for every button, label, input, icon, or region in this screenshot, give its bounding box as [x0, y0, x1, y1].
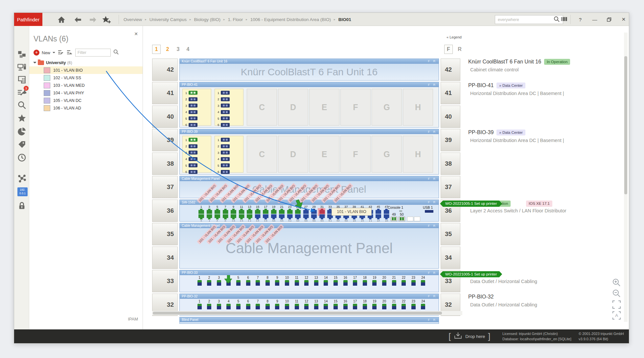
- console-port[interactable]: [399, 210, 402, 212]
- outlet-port-1[interactable]: [197, 304, 202, 309]
- collapse-all-icon[interactable]: [66, 49, 73, 56]
- outlet-port-column[interactable]: 16: [341, 276, 350, 292]
- duplex-port-icon[interactable]: [189, 170, 197, 174]
- switch-port-45[interactable]: [376, 209, 381, 214]
- vertical-scrollbar[interactable]: [624, 33, 628, 322]
- tree-item-vlan[interactable]: 104 - VLAN PHY: [29, 89, 143, 97]
- outlet-port-9[interactable]: [275, 280, 279, 286]
- module-port-row[interactable]: 2: [218, 144, 230, 149]
- outlet-port-11[interactable]: [295, 304, 299, 309]
- horizontal-scrollbar[interactable]: [152, 311, 462, 315]
- switch-port-48[interactable]: [384, 214, 389, 220]
- duplex-port-icon[interactable]: [221, 110, 230, 114]
- outlet-port-16[interactable]: [343, 304, 348, 309]
- duplex-port-icon[interactable]: [221, 97, 230, 101]
- tree-item-vlan[interactable]: 105 - VLAN DC: [29, 97, 143, 104]
- module-port-row[interactable]: 2: [185, 97, 197, 102]
- empty-slot-G[interactable]: G: [372, 136, 402, 173]
- outlet-port-3[interactable]: [217, 280, 221, 286]
- outlet-port-7[interactable]: [256, 304, 260, 309]
- module-port-row[interactable]: 2: [218, 97, 230, 102]
- tree-item-vlan[interactable]: 101 - VLAN BIO: [29, 66, 143, 74]
- duplex-port-icon[interactable]: [221, 163, 230, 167]
- switch-port-12[interactable]: [239, 214, 244, 220]
- outlet-port-6[interactable]: [246, 280, 250, 286]
- device-front-rear-toggle[interactable]: F R: [428, 83, 437, 86]
- outlet-port-5[interactable]: [236, 304, 241, 309]
- outlet-port-column[interactable]: 18: [360, 276, 369, 292]
- switch-port-9[interactable]: [231, 209, 236, 214]
- empty-slot-G[interactable]: G: [372, 89, 402, 126]
- device-front-rear-toggle[interactable]: F R: [428, 130, 437, 133]
- sidebar-item-ipam[interactable]: 192.0.0.1: [17, 187, 26, 196]
- forward-icon[interactable]: [89, 15, 97, 24]
- switch-port-6[interactable]: [215, 214, 220, 220]
- empty-slot-E[interactable]: E: [309, 136, 339, 173]
- outlet-port-19[interactable]: [372, 304, 377, 309]
- breadcrumb-item[interactable]: University Campus: [150, 17, 187, 22]
- switch-port-47[interactable]: [384, 209, 389, 214]
- new-plus-icon[interactable]: +: [34, 50, 39, 56]
- rear-view-button[interactable]: R: [455, 45, 464, 54]
- switch-port-16[interactable]: [255, 214, 261, 220]
- tree-item-vlan[interactable]: 102 - VLAN SS: [29, 74, 143, 82]
- outlet-port-column[interactable]: 13: [312, 276, 320, 292]
- module-port-row[interactable]: 1: [218, 137, 230, 142]
- back-icon[interactable]: [74, 15, 82, 24]
- outlet-port-20[interactable]: [382, 280, 386, 286]
- page-button-3[interactable]: 3: [174, 45, 182, 54]
- empty-slot-E[interactable]: E: [309, 89, 339, 126]
- device-front-rear-toggle[interactable]: F R: [428, 318, 437, 322]
- front-view-button[interactable]: F: [444, 45, 453, 54]
- chevron-down-icon[interactable]: [53, 52, 55, 55]
- outlet-port-18[interactable]: [363, 304, 367, 309]
- device-blind-panel[interactable]: Blind PanelF R: [179, 317, 439, 324]
- close-panel-icon[interactable]: ✕: [134, 31, 138, 36]
- breadcrumb-item[interactable]: Biology (BIO): [194, 17, 220, 22]
- switch-port-11[interactable]: [239, 209, 244, 214]
- switch-port-17[interactable]: [263, 209, 268, 214]
- switch-port-29[interactable]: [311, 209, 317, 214]
- restore-button[interactable]: [604, 15, 614, 23]
- sidebar-item-history[interactable]: [17, 153, 26, 162]
- sidebar-item-favorites[interactable]: [17, 114, 26, 123]
- outlet-port-column[interactable]: 15: [331, 276, 340, 292]
- duplex-port-icon[interactable]: [221, 151, 230, 155]
- duplex-port-icon[interactable]: [189, 91, 197, 95]
- outlet-port-23[interactable]: [411, 280, 416, 286]
- pathfinder-logo[interactable]: Pathfinder: [14, 13, 42, 26]
- duplex-port-icon[interactable]: [189, 97, 197, 101]
- outlet-port-column[interactable]: 21: [390, 276, 398, 292]
- sidebar-item-work-orders[interactable]: 3: [17, 88, 26, 97]
- outlet-port-column[interactable]: 8: [263, 276, 272, 292]
- outlet-port-13[interactable]: [314, 280, 318, 286]
- outlet-port-8[interactable]: [265, 280, 270, 286]
- device-kn-rr-coolblastt-6-fan-unit-16[interactable]: Knürr CoolBlastT 6 Fan Unit 16F RKnürr C…: [179, 59, 439, 81]
- tree-item-vlan[interactable]: 103 - VLAN MED: [29, 82, 143, 89]
- outlet-port-10[interactable]: [285, 280, 289, 286]
- minimize-button[interactable]: —: [590, 15, 600, 23]
- switch-port-26[interactable]: [295, 214, 301, 220]
- duplex-port-icon[interactable]: [221, 116, 230, 120]
- outlet-port-column[interactable]: 3: [215, 276, 223, 292]
- drop-zone[interactable]: [ Drop here ]: [448, 329, 491, 343]
- empty-slot-F[interactable]: F: [340, 89, 371, 126]
- module-port-row[interactable]: 6: [218, 170, 230, 174]
- switch-port-21[interactable]: [279, 209, 285, 214]
- device-front-rear-toggle[interactable]: F R: [428, 271, 437, 274]
- module-port-row[interactable]: 1: [185, 137, 197, 142]
- expander-icon[interactable]: [33, 62, 36, 65]
- switch-port-14[interactable]: [247, 214, 252, 220]
- outlet-port-column[interactable]: 5: [234, 276, 242, 292]
- duplex-port-icon[interactable]: [221, 157, 230, 161]
- module-port-row[interactable]: 5: [185, 116, 197, 121]
- sidebar-item-locations[interactable]: [17, 50, 26, 59]
- device-front-rear-toggle[interactable]: F R: [428, 60, 437, 63]
- outlet-port-column[interactable]: 23: [409, 276, 418, 292]
- device-front-rear-toggle[interactable]: F R: [428, 224, 437, 227]
- module-port-row[interactable]: 3: [218, 150, 230, 155]
- outlet-port-column[interactable]: 20: [380, 276, 388, 292]
- outlet-port-column[interactable]: 19: [370, 276, 379, 292]
- tree-item-vlan[interactable]: 106 - VLAN AD: [29, 104, 143, 112]
- module-port-row[interactable]: 3: [185, 150, 197, 155]
